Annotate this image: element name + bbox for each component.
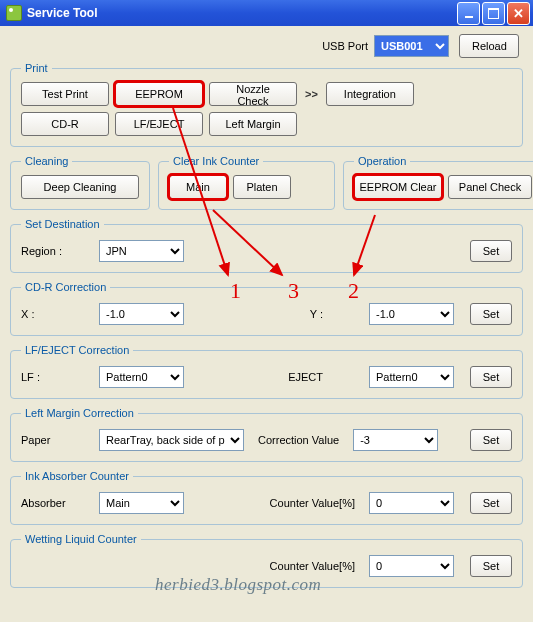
x-select[interactable]: -1.0: [99, 303, 184, 325]
left-margin-correction-legend: Left Margin Correction: [21, 407, 138, 419]
ink-absorber-group: Ink Absorber Counter Absorber Main Count…: [10, 470, 523, 525]
cdr-correction-group: CD-R Correction X : -1.0 Y : -1.0 Set: [10, 281, 523, 336]
usb-port-select[interactable]: USB001: [374, 35, 449, 57]
deep-cleaning-button[interactable]: Deep Cleaning: [21, 175, 139, 199]
lf-eject-correction-group: LF/EJECT Correction LF : Pattern0 EJECT …: [10, 344, 523, 399]
window-title: Service Tool: [27, 6, 97, 20]
reload-button[interactable]: Reload: [459, 34, 519, 58]
absorber-select[interactable]: Main: [99, 492, 184, 514]
counter-value-label: Counter Value[%]: [270, 497, 355, 509]
maximize-button[interactable]: [482, 2, 505, 25]
wetting-liquid-legend: Wetting Liquid Counter: [21, 533, 141, 545]
test-print-button[interactable]: Test Print: [21, 82, 109, 106]
close-button[interactable]: ✕: [507, 2, 530, 25]
lf-eject-correction-legend: LF/EJECT Correction: [21, 344, 133, 356]
nozzle-check-button[interactable]: Nozzle Check: [209, 82, 297, 106]
lf-eject-button[interactable]: LF/EJECT: [115, 112, 203, 136]
wetting-counter-select[interactable]: 0: [369, 555, 454, 577]
annotation-1: 1: [230, 278, 241, 304]
paper-label: Paper: [21, 434, 91, 446]
ink-absorber-legend: Ink Absorber Counter: [21, 470, 133, 482]
annotation-2: 2: [348, 278, 359, 304]
cdr-button[interactable]: CD-R: [21, 112, 109, 136]
clear-ink-main-button[interactable]: Main: [169, 175, 227, 199]
y-select[interactable]: -1.0: [369, 303, 454, 325]
cleaning-legend: Cleaning: [21, 155, 72, 167]
region-label: Region :: [21, 245, 91, 257]
print-group: Print Test Print EEPROM Nozzle Check >> …: [10, 62, 523, 147]
lf-label: LF :: [21, 371, 91, 383]
lf-select[interactable]: Pattern0: [99, 366, 184, 388]
correction-value-label: Correction Value: [258, 434, 339, 446]
ink-absorber-set-button[interactable]: Set: [470, 492, 512, 514]
y-label: Y :: [243, 308, 323, 320]
cleaning-group: Cleaning Deep Cleaning: [10, 155, 150, 210]
lf-set-button[interactable]: Set: [470, 366, 512, 388]
clear-ink-legend: Clear Ink Counter: [169, 155, 263, 167]
client-area: USB Port USB001 Reload Print Test Print …: [0, 26, 533, 602]
left-margin-set-button[interactable]: Set: [470, 429, 512, 451]
usb-port-row: USB Port USB001 Reload: [10, 32, 523, 62]
annotation-3: 3: [288, 278, 299, 304]
operation-legend: Operation: [354, 155, 410, 167]
region-set-button[interactable]: Set: [470, 240, 512, 262]
usb-port-label: USB Port: [322, 40, 368, 52]
set-destination-legend: Set Destination: [21, 218, 104, 230]
print-legend: Print: [21, 62, 52, 74]
counter-value-select[interactable]: 0: [369, 492, 454, 514]
cdr-correction-legend: CD-R Correction: [21, 281, 110, 293]
clear-ink-platen-button[interactable]: Platen: [233, 175, 291, 199]
eeprom-button[interactable]: EEPROM: [115, 82, 203, 106]
x-label: X :: [21, 308, 91, 320]
eeprom-clear-button[interactable]: EEPROM Clear: [354, 175, 442, 199]
operation-group: Operation EEPROM Clear Panel Check: [343, 155, 533, 210]
integration-button[interactable]: Integration: [326, 82, 414, 106]
chevron-icon: >>: [303, 88, 320, 100]
panel-check-button[interactable]: Panel Check: [448, 175, 532, 199]
eject-select[interactable]: Pattern0: [369, 366, 454, 388]
app-icon: [6, 5, 22, 21]
wetting-liquid-group: Wetting Liquid Counter Counter Value[%] …: [10, 533, 523, 588]
correction-value-select[interactable]: -3: [353, 429, 438, 451]
clear-ink-group: Clear Ink Counter Main Platen: [158, 155, 335, 210]
region-select[interactable]: JPN: [99, 240, 184, 262]
eject-label: EJECT: [243, 371, 323, 383]
wetting-set-button[interactable]: Set: [470, 555, 512, 577]
set-destination-group: Set Destination Region : JPN Set: [10, 218, 523, 273]
wetting-counter-label: Counter Value[%]: [270, 560, 355, 572]
left-margin-correction-group: Left Margin Correction Paper RearTray, b…: [10, 407, 523, 462]
left-margin-button[interactable]: Left Margin: [209, 112, 297, 136]
paper-select[interactable]: RearTray, back side of p: [99, 429, 244, 451]
title-bar: Service Tool ✕: [0, 0, 533, 26]
absorber-label: Absorber: [21, 497, 91, 509]
cdr-set-button[interactable]: Set: [470, 303, 512, 325]
minimize-button[interactable]: [457, 2, 480, 25]
